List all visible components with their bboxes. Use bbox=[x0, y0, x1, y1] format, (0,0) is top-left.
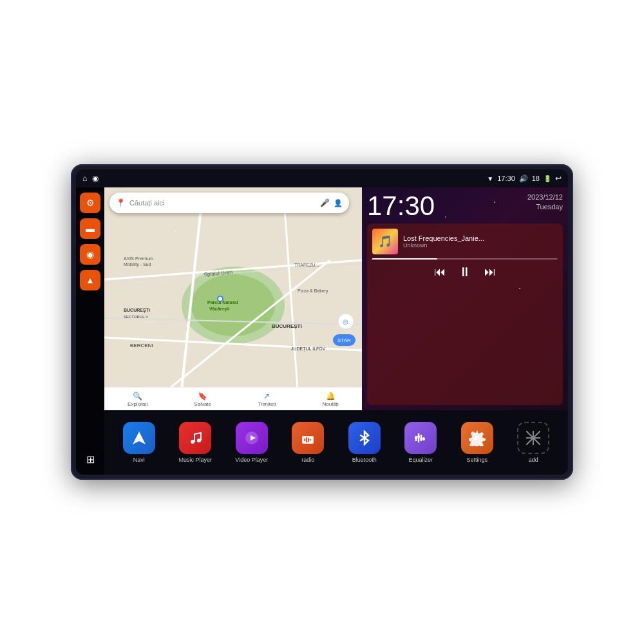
svg-point-2 bbox=[191, 274, 275, 336]
explore-label: Explorați bbox=[128, 401, 147, 407]
equalizer-label: Equalizer bbox=[408, 457, 433, 463]
track-name: Lost Frequencies_Janie... bbox=[403, 234, 558, 242]
svg-text:JUDEȚUL ILFOV: JUDEȚUL ILFOV bbox=[291, 346, 326, 352]
sidebar-btn-files[interactable]: ▬ bbox=[80, 218, 100, 239]
mic-icon[interactable]: 🎤 bbox=[320, 198, 330, 207]
svg-point-42 bbox=[415, 437, 417, 439]
gear-icon: ⚙ bbox=[86, 198, 95, 208]
svg-text:BUCUREȘTI: BUCUREȘTI bbox=[272, 323, 302, 329]
svg-text:SECTORUL 4: SECTORUL 4 bbox=[124, 315, 148, 319]
video-icon bbox=[236, 422, 268, 454]
radio-label: radio bbox=[301, 457, 314, 463]
settings-label: Settings bbox=[466, 457, 488, 463]
status-left: ⌂ ◉ bbox=[82, 174, 99, 183]
map-svg: Splaiul Unirii BUCUREȘTI SECTORUL 4 BUCU… bbox=[104, 187, 362, 410]
back-icon[interactable]: ↩ bbox=[555, 174, 562, 183]
music-controls: ⏮ ⏸ ⏭ bbox=[372, 265, 558, 279]
app-bluetooth[interactable]: Bluetooth bbox=[345, 422, 384, 463]
app-video-player[interactable]: Video Player bbox=[232, 422, 271, 463]
add-icon bbox=[517, 422, 549, 454]
equalizer-icon bbox=[404, 422, 437, 454]
svg-point-45 bbox=[422, 438, 425, 440]
app-navi[interactable]: Navi bbox=[120, 422, 158, 463]
svg-text:BUCUREȘTI: BUCUREȘTI bbox=[124, 308, 150, 313]
add-label: add bbox=[529, 457, 538, 463]
status-right: ▼ 17:30 🔊 18 🔋 ↩ bbox=[487, 174, 562, 183]
google-maps-icon: 📍 bbox=[116, 198, 126, 207]
files-icon: ▬ bbox=[86, 223, 95, 234]
clock-section: 17:30 2023/12/12 Tuesday bbox=[367, 193, 563, 220]
clock-time: 17:30 bbox=[367, 193, 435, 220]
battery-icon: 🔋 bbox=[544, 175, 551, 182]
music-section: 🎵 Lost Frequencies_Janie... Unknown bbox=[367, 223, 563, 405]
saved-icon: 🔖 bbox=[198, 392, 207, 401]
sidebar-btn-maps[interactable]: ◉ bbox=[80, 244, 100, 265]
svg-text:AXIS Premium: AXIS Premium bbox=[124, 256, 153, 261]
explore-icon: 🔍 bbox=[133, 392, 142, 401]
map-search-placeholder[interactable]: Căutați aici bbox=[129, 199, 316, 207]
nav-arrow-icon: ▲ bbox=[86, 275, 95, 285]
music-icon bbox=[179, 422, 211, 454]
app-music-player[interactable]: Music Player bbox=[176, 422, 214, 463]
sidebar-btn-navigation[interactable]: ▲ bbox=[80, 270, 100, 290]
next-button[interactable]: ⏭ bbox=[484, 265, 496, 279]
news-label: Noutăți bbox=[323, 401, 339, 407]
prev-button[interactable]: ⏮ bbox=[434, 265, 446, 279]
map-nav-news[interactable]: 🔔 Noutăți bbox=[323, 392, 339, 407]
status-bar: ⌂ ◉ ▼ 17:30 🔊 18 🔋 ↩ bbox=[76, 169, 568, 187]
svg-text:Văcărești: Văcărești bbox=[209, 307, 229, 312]
track-artist: Unknown bbox=[403, 242, 558, 249]
svg-text:STAR: STAR bbox=[337, 337, 351, 343]
radio-icon bbox=[292, 422, 324, 454]
news-icon: 🔔 bbox=[326, 392, 336, 401]
music-player-label: Music Player bbox=[178, 457, 212, 463]
svg-text:Mobility - Sud: Mobility - Sud bbox=[124, 262, 151, 267]
app-equalizer[interactable]: Equalizer bbox=[401, 422, 440, 463]
svg-point-43 bbox=[417, 435, 420, 438]
clock-date: 2023/12/12 Tuesday bbox=[527, 193, 563, 213]
navi-icon bbox=[123, 422, 155, 454]
progress-fill bbox=[372, 258, 437, 260]
video-player-label: Video Player bbox=[235, 457, 268, 463]
send-label: Trimiteți bbox=[258, 401, 276, 407]
svg-text:Pizza & Bakery: Pizza & Bakery bbox=[298, 289, 328, 294]
map-search-bar[interactable]: 📍 Căutați aici 🎤 👤 bbox=[109, 193, 349, 213]
app-grid: Navi Music Player Video Player bbox=[104, 410, 568, 475]
wifi-icon: ▼ bbox=[487, 175, 493, 182]
map-nav-send[interactable]: ↗ Trimiteți bbox=[258, 392, 276, 407]
sidebar-btn-settings[interactable]: ⚙ bbox=[80, 193, 100, 213]
album-art: 🎵 bbox=[372, 229, 398, 254]
battery-level: 18 bbox=[532, 175, 540, 182]
car-head-unit: ⌂ ◉ ▼ 17:30 🔊 18 🔋 ↩ ⚙ ▬ bbox=[71, 164, 573, 480]
svg-text:◎: ◎ bbox=[343, 318, 348, 325]
right-panel: 17:30 2023/12/12 Tuesday 🎵 Lost Frequenc… bbox=[362, 187, 568, 410]
app-add[interactable]: add bbox=[514, 422, 553, 463]
map-nav-explore[interactable]: 🔍 Explorați bbox=[128, 392, 147, 407]
home-icon[interactable]: ⌂ bbox=[82, 174, 87, 183]
svg-point-23 bbox=[218, 297, 222, 301]
settings-app-icon bbox=[461, 422, 493, 454]
clock-date-value: 2023/12/12 bbox=[527, 193, 563, 201]
saved-label: Salvate bbox=[194, 401, 211, 407]
screen: ⌂ ◉ ▼ 17:30 🔊 18 🔋 ↩ ⚙ ▬ bbox=[76, 169, 568, 475]
navi-label: Navi bbox=[133, 457, 145, 463]
grid-icon: ⊞ bbox=[86, 453, 95, 466]
music-track-row: 🎵 Lost Frequencies_Janie... Unknown bbox=[372, 229, 558, 254]
map-pin-icon[interactable]: ◉ bbox=[92, 174, 99, 183]
app-settings[interactable]: Settings bbox=[458, 422, 497, 463]
map-nav-saved[interactable]: 🔖 Salvate bbox=[194, 392, 211, 407]
svg-point-44 bbox=[420, 437, 422, 440]
center-area: 📍 Căutați aici 🎤 👤 bbox=[104, 187, 568, 475]
svg-marker-28 bbox=[133, 431, 146, 444]
app-radio[interactable]: radio bbox=[289, 422, 327, 463]
sidebar-btn-apps[interactable]: ⊞ bbox=[80, 449, 100, 469]
svg-text:TRAPEZU...: TRAPEZU... bbox=[294, 263, 319, 267]
progress-bar[interactable] bbox=[372, 258, 558, 260]
send-icon: ↗ bbox=[263, 392, 270, 401]
user-icon[interactable]: 👤 bbox=[334, 199, 343, 207]
volume-icon: 🔊 bbox=[519, 175, 528, 183]
bluetooth-label: Bluetooth bbox=[352, 457, 377, 463]
pause-button[interactable]: ⏸ bbox=[459, 265, 471, 279]
main-content: ⚙ ▬ ◉ ▲ ⊞ bbox=[76, 187, 568, 475]
clock-day-value: Tuesday bbox=[536, 203, 563, 211]
